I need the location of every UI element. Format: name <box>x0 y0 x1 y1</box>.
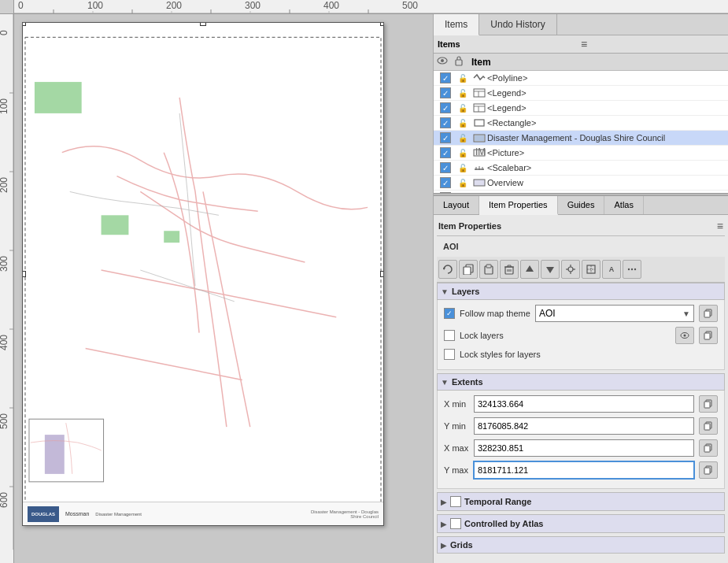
svg-text:400: 400 <box>0 335 9 350</box>
lock-styles-label: Lock styles for layers <box>460 350 541 359</box>
item-visibility-toggle[interactable]: ✓ <box>437 147 454 158</box>
logo1: DOUGLAS <box>31 512 55 517</box>
item-row[interactable]: ✓ 🔓 <Legend> <box>434 101 728 116</box>
item-visibility-toggle[interactable]: ✓ <box>437 177 454 188</box>
layers-section-header[interactable]: ▼ Layers <box>437 283 725 300</box>
paste-style-button[interactable] <box>479 260 498 279</box>
grids-section-header[interactable]: ▶ Grids <box>437 536 725 554</box>
item-row[interactable]: ✓ 🔓 Disaster Management - Douglas Shire … <box>434 131 728 146</box>
layers-section-label: Layers <box>452 287 479 296</box>
ymin-copy-button[interactable] <box>699 417 718 435</box>
item-lock-toggle[interactable]: 🔓 <box>454 134 471 143</box>
atlas-settings-button[interactable]: A <box>602 260 621 279</box>
props-header-icon[interactable]: ≡ <box>717 220 723 232</box>
tab-undo-history[interactable]: Undo History <box>479 14 556 35</box>
extents-section-label: Extents <box>452 377 483 387</box>
temporal-section-header[interactable]: ▶ Temporal Range <box>437 492 725 511</box>
item-name: <Scalebar> <box>487 163 725 172</box>
temporal-checkbox[interactable] <box>450 496 461 507</box>
handle-tr[interactable] <box>380 22 384 26</box>
copy-style-button[interactable] <box>459 260 478 279</box>
sub-tab-atlas[interactable]: Atlas <box>604 196 643 214</box>
svg-rect-88 <box>704 333 710 339</box>
ymax-copy-button[interactable] <box>699 461 718 479</box>
position-button[interactable] <box>561 260 580 279</box>
xmax-copy-button[interactable] <box>699 439 718 457</box>
svg-text:100: 100 <box>87 0 103 11</box>
item-visibility-toggle[interactable]: ✓ <box>437 117 454 128</box>
map-page[interactable]: DOUGLAS Mossman Disaster Management Disa… <box>22 22 384 526</box>
sub-tabs: Layout Item Properties Guides Atlas <box>434 196 728 215</box>
svg-text:200: 200 <box>166 0 182 11</box>
svg-rect-64 <box>486 265 491 268</box>
svg-rect-34 <box>29 419 104 482</box>
item-visibility-toggle[interactable]: ✓ <box>437 162 454 173</box>
xmax-input[interactable] <box>474 439 694 457</box>
item-visibility-toggle[interactable]: ✓ <box>437 72 454 83</box>
handle-tl[interactable] <box>22 22 26 26</box>
svg-text:0: 0 <box>18 0 24 11</box>
controlled-section-header[interactable]: ▶ Controlled by Atlas <box>437 514 725 533</box>
item-row[interactable]: ✓ 🔓 <Scalebar> <box>434 161 728 176</box>
item-lock-toggle[interactable]: 🔓 <box>454 74 471 83</box>
lock-styles-row: Lock styles for layers <box>444 349 718 360</box>
svg-rect-92 <box>704 424 710 430</box>
top-ruler-bar: 0 100 200 300 400 500 <box>0 0 728 14</box>
resize-button[interactable] <box>582 260 601 279</box>
item-lock-toggle[interactable]: 🔓 <box>454 149 471 157</box>
svg-rect-96 <box>704 468 710 474</box>
item-type-icon: IMG <box>471 148 487 157</box>
panel-options-icon[interactable]: ≡ <box>581 38 724 50</box>
xmin-input[interactable] <box>474 395 694 413</box>
lock-layers-copy-button[interactable] <box>699 327 718 344</box>
item-name: Disaster Management - Douglas Shire Coun… <box>487 133 725 143</box>
item-row[interactable]: ✓ 🔓 <Rectangle> <box>434 116 728 131</box>
move-up-button[interactable] <box>520 260 539 279</box>
item-lock-toggle[interactable]: 🔓 <box>454 119 471 128</box>
aoi-section-name: AOI <box>437 239 725 254</box>
follow-map-theme-checkbox[interactable]: ✓ <box>444 308 455 319</box>
controlled-checkbox[interactable] <box>450 518 461 529</box>
more-options-button[interactable] <box>623 260 641 279</box>
lock-layers-eye-button[interactable] <box>675 327 694 344</box>
xmin-label: X min <box>444 399 469 409</box>
svg-text:IMG: IMG <box>475 148 486 157</box>
refresh-button[interactable] <box>438 260 457 279</box>
item-row[interactable]: ✓ 🔓 Overview <box>434 176 728 191</box>
delete-button[interactable] <box>500 260 519 279</box>
controlled-section: ▶ Controlled by Atlas <box>437 514 725 533</box>
sub-tab-item-properties[interactable]: Item Properties <box>479 196 558 215</box>
canvas-container[interactable]: DOUGLAS Mossman Disaster Management Disa… <box>14 14 433 563</box>
svg-point-86 <box>684 335 686 337</box>
handle-tm[interactable] <box>200 22 206 26</box>
item-visibility-toggle[interactable]: ✓ <box>437 132 454 143</box>
move-down-button[interactable] <box>541 260 560 279</box>
xmin-copy-button[interactable] <box>699 395 718 413</box>
item-visibility-toggle[interactable]: ✓ <box>437 87 454 98</box>
ymin-input[interactable] <box>474 417 694 435</box>
item-row[interactable]: ✓ 🔓 <Legend> <box>434 86 728 101</box>
handle-mr[interactable] <box>380 271 384 277</box>
tab-items[interactable]: Items <box>434 14 479 35</box>
handle-ml[interactable] <box>22 271 26 277</box>
main-area: 0 100 200 300 400 500 600 <box>0 14 728 563</box>
lock-styles-checkbox[interactable] <box>444 349 455 360</box>
ymin-row: Y min <box>444 417 718 435</box>
item-row[interactable]: ✓ 🔓 <Polyline> <box>434 71 728 86</box>
item-row[interactable]: ✓ 🔓 IMG <Picture> <box>434 146 728 161</box>
item-type-icon <box>471 73 487 83</box>
ymax-input[interactable] <box>474 461 694 479</box>
item-visibility-toggle[interactable]: ✓ <box>437 102 454 113</box>
item-lock-toggle[interactable]: 🔓 <box>454 104 471 113</box>
sub-tab-layout[interactable]: Layout <box>434 196 479 214</box>
item-lock-toggle[interactable]: 🔓 <box>454 89 471 98</box>
item-lock-toggle[interactable]: 🔓 <box>454 164 471 172</box>
theme-copy-button[interactable] <box>699 305 718 322</box>
col-header-lock <box>454 55 471 69</box>
item-lock-toggle[interactable]: 🔓 <box>454 179 471 187</box>
theme-dropdown[interactable]: AOI ▼ <box>535 305 694 322</box>
svg-rect-40 <box>474 89 485 97</box>
sub-tab-guides[interactable]: Guides <box>558 196 605 214</box>
extents-section-header[interactable]: ▼ Extents <box>437 373 725 391</box>
lock-layers-checkbox[interactable] <box>444 330 455 341</box>
